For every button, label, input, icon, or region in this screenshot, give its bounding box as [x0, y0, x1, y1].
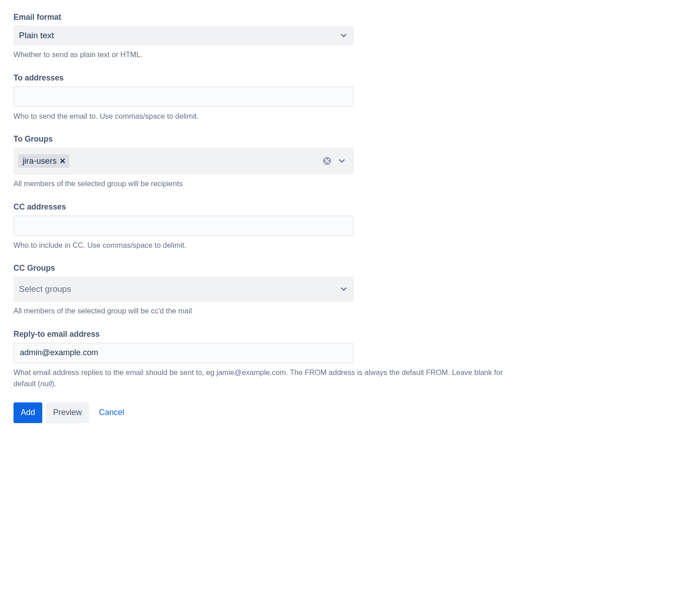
cc-groups-placeholder: Select groups: [19, 284, 71, 294]
chevron-down-icon[interactable]: [337, 156, 346, 165]
add-button[interactable]: Add: [13, 402, 42, 423]
reply-to-help: What email address replies to the email …: [13, 367, 526, 390]
cc-addresses-help: Who to include in CC. Use commas/space t…: [13, 240, 526, 251]
to-addresses-input[interactable]: [13, 86, 354, 107]
cc-groups-select[interactable]: Select groups: [13, 277, 354, 302]
reply-to-input[interactable]: [13, 343, 354, 363]
field-to-addresses: To addresses Who to send the email to. U…: [13, 73, 526, 122]
reply-to-help-suffix: ).: [52, 379, 56, 388]
to-groups-help: All members of the selected group will b…: [13, 178, 526, 190]
form-actions: Add Preview Cancel: [13, 402, 687, 423]
to-groups-select[interactable]: jira-users ✕: [13, 147, 354, 174]
chevron-down-icon: [339, 31, 348, 40]
tag-label: jira-users: [22, 156, 57, 166]
reply-to-help-null: null: [40, 379, 52, 388]
email-format-label: Email format: [13, 13, 526, 22]
tag-jira-users: jira-users ✕: [18, 154, 69, 168]
to-groups-controls: [323, 156, 349, 165]
preview-button[interactable]: Preview: [46, 402, 89, 423]
reply-to-label: Reply-to email address: [13, 330, 526, 339]
field-reply-to: Reply-to email address What email addres…: [13, 330, 526, 390]
email-format-value: Plain text: [19, 31, 54, 40]
reply-to-help-prefix: What email address replies to the email …: [13, 368, 503, 388]
email-format-help: Whether to send as plain text or HTML.: [13, 49, 526, 61]
email-settings-form: Email format Plain text Whether to send …: [13, 13, 687, 423]
email-format-select[interactable]: Plain text: [13, 26, 354, 45]
to-addresses-label: To addresses: [13, 73, 526, 83]
tag-remove-icon[interactable]: ✕: [59, 156, 66, 166]
cancel-button[interactable]: Cancel: [93, 402, 130, 423]
cc-groups-label: CC Groups: [13, 263, 526, 273]
field-cc-groups: CC Groups Select groups All members of t…: [13, 263, 526, 317]
cc-addresses-label: CC addresses: [13, 202, 526, 212]
field-email-format: Email format Plain text Whether to send …: [13, 13, 526, 61]
to-groups-label: To Groups: [13, 134, 526, 144]
cc-groups-help: All members of the selected group will b…: [13, 305, 526, 317]
chevron-down-icon: [339, 285, 348, 294]
to-groups-tags: jira-users ✕: [18, 154, 69, 168]
to-addresses-help: Who to send the email to. Use commas/spa…: [13, 111, 526, 122]
cc-addresses-input[interactable]: [13, 215, 354, 236]
clear-all-icon[interactable]: [323, 157, 331, 165]
field-cc-addresses: CC addresses Who to include in CC. Use c…: [13, 202, 526, 251]
field-to-groups: To Groups jira-users ✕ All members of th…: [13, 134, 526, 190]
